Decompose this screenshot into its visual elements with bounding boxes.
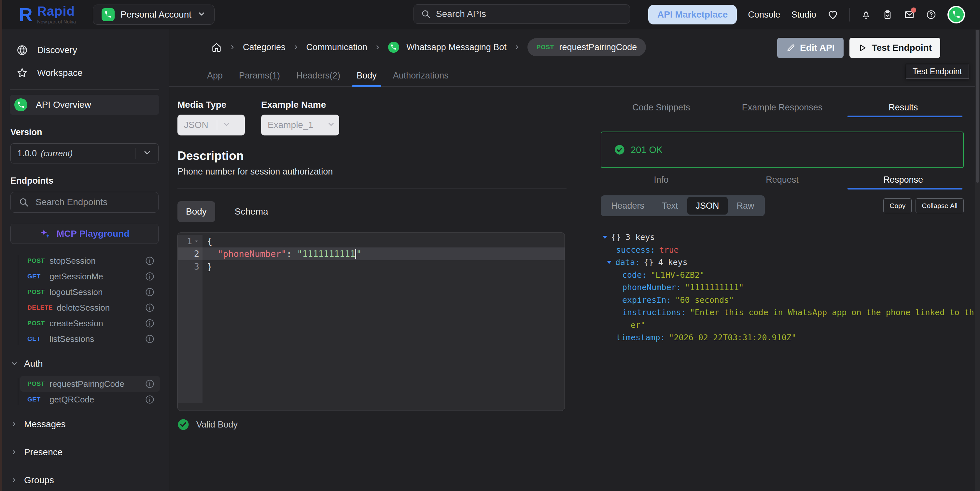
endpoint-row[interactable]: GET getSessionMe <box>20 269 160 284</box>
rapid-logo[interactable]: R Rapid Now part of Nokia <box>19 5 76 24</box>
copy-button[interactable]: Copy <box>883 198 912 213</box>
info-icon[interactable] <box>145 303 155 313</box>
editor-tab[interactable]: Schema <box>226 201 277 222</box>
info-icon[interactable] <box>145 318 155 328</box>
results-tab[interactable]: Example Responses <box>722 98 843 117</box>
endpoint-tab[interactable]: Params(1) <box>239 65 280 87</box>
view-mode-option[interactable]: Raw <box>728 197 763 215</box>
favorites-heart-icon[interactable] <box>827 9 838 20</box>
line-number: 3 <box>178 260 202 273</box>
endpoint-name: requestPairingCode <box>49 379 124 389</box>
endpoint-tab[interactable]: Body <box>356 65 377 87</box>
endpoint-tab[interactable]: Headers(2) <box>296 65 340 87</box>
json-tree-row[interactable]: {} 3 keys <box>598 231 964 244</box>
endpoint-row[interactable]: DELETE deleteSession <box>20 300 160 316</box>
endpoint-tab[interactable]: Authorizations <box>393 65 449 87</box>
globe-icon <box>16 44 28 56</box>
breadcrumb-api-name[interactable]: Whatsapp Messaging Bot <box>406 42 507 52</box>
json-tree-row[interactable]: phoneNumber: "1111111111" <box>598 281 964 294</box>
test-endpoint-button[interactable]: Test Endpoint <box>850 38 940 58</box>
endpoint-row[interactable]: POST logoutSession <box>20 284 160 300</box>
body-code-editor[interactable]: 1 { 2 "phoneNumber": "1111111111" 3 } <box>177 232 565 411</box>
editor-empty-area[interactable] <box>178 273 565 403</box>
results-tab[interactable]: Results <box>843 98 964 117</box>
help-icon[interactable] <box>926 10 936 20</box>
sidebar-group-row[interactable]: Groups <box>0 473 169 488</box>
sidebar-section-auth[interactable]: Auth <box>0 356 169 371</box>
media-type-select[interactable]: JSON <box>177 114 245 135</box>
endpoint-row[interactable]: GET listSessions <box>20 331 160 347</box>
messages-mail-icon[interactable] <box>904 9 915 20</box>
logo-name: Rapid <box>37 5 76 17</box>
collapse-triangle-icon[interactable] <box>603 236 607 239</box>
json-tree-row[interactable]: success: true <box>598 244 964 257</box>
view-mode-option[interactable]: JSON <box>687 197 728 215</box>
info-icon[interactable] <box>145 379 155 389</box>
api-overview-label: API Overview <box>36 100 91 110</box>
endpoint-row[interactable]: GET getQRCode <box>20 392 160 407</box>
response-subtab[interactable]: Info <box>601 170 722 189</box>
endpoint-row[interactable]: POST requestPairingCode <box>20 376 160 392</box>
method-badge: DELETE <box>27 304 53 311</box>
sidebar-group-row[interactable]: Presence <box>0 445 169 459</box>
code-text: } <box>202 260 565 273</box>
info-icon[interactable] <box>145 256 155 266</box>
method-badge: POST <box>536 44 554 51</box>
pencil-icon <box>786 43 795 52</box>
response-subtab[interactable]: Request <box>722 170 843 189</box>
fold-arrow-icon[interactable] <box>193 238 199 244</box>
edit-api-button[interactable]: Edit API <box>777 38 843 58</box>
endpoint-name: getQRCode <box>49 395 94 405</box>
breadcrumb-communication[interactable]: Communication <box>306 42 368 52</box>
endpoint-row[interactable]: POST stopSession <box>20 253 160 269</box>
description-text: Phone number for session authorization <box>177 167 566 177</box>
section-divider <box>177 189 566 189</box>
sidebar-item-discovery[interactable]: Discovery <box>0 43 169 57</box>
sidebar-item-api-overview[interactable]: API Overview <box>10 95 159 115</box>
info-icon[interactable] <box>145 287 155 297</box>
scrollbar-thumb[interactable] <box>976 30 979 183</box>
breadcrumb-categories[interactable]: Categories <box>243 42 286 52</box>
endpoint-groups: Messages Presence Groups Channels <box>0 417 169 491</box>
search-apis-input[interactable] <box>436 9 622 19</box>
json-tree-row[interactable]: data: {} 4 keys <box>598 256 964 269</box>
info-icon[interactable] <box>145 334 155 344</box>
view-mode-option[interactable]: Headers <box>603 197 653 215</box>
whatsapp-api-icon <box>14 99 27 111</box>
view-mode-option[interactable]: Text <box>654 197 687 215</box>
json-tree-row[interactable]: instructions: "Enter this code in WhatsA… <box>598 307 964 332</box>
api-marketplace-link[interactable]: API Marketplace <box>648 5 737 24</box>
search-endpoints-input[interactable] <box>35 197 150 207</box>
home-icon[interactable] <box>211 42 222 53</box>
breadcrumb-endpoint-pill[interactable]: POST requestPairingCode <box>527 38 646 56</box>
tasks-clipboard-icon[interactable] <box>882 10 893 20</box>
page-scrollbar[interactable] <box>975 30 980 491</box>
example-name-select[interactable]: Example_1 <box>261 114 339 135</box>
studio-link[interactable]: Studio <box>791 10 816 20</box>
response-subtab[interactable]: Response <box>843 170 964 189</box>
endpoint-name: requestPairingCode <box>559 42 637 52</box>
results-tab[interactable]: Code Snippets <box>601 98 722 117</box>
notifications-bell-icon[interactable] <box>861 10 871 20</box>
collapse-triangle-icon[interactable] <box>607 261 611 264</box>
console-link[interactable]: Console <box>748 10 780 20</box>
sidebar-group-row[interactable]: Messages <box>0 417 169 431</box>
json-tree-row[interactable]: expiresIn: "60 seconds" <box>598 294 964 307</box>
account-switcher[interactable]: Personal Account <box>93 5 215 25</box>
endpoint-search[interactable] <box>10 192 159 213</box>
json-value: "1111111111" <box>685 281 744 294</box>
endpoint-tab[interactable]: App <box>207 65 223 87</box>
endpoint-row[interactable]: POST createSession <box>20 316 160 331</box>
global-search[interactable] <box>414 4 630 24</box>
code-text: { <box>202 235 565 248</box>
collapse-all-button[interactable]: Collapse All <box>916 198 964 213</box>
json-tree-row[interactable]: timestamp: "2026-02-22T03:31:20.910Z" <box>598 332 964 344</box>
mcp-playground-button[interactable]: MCP Playground <box>10 224 159 244</box>
info-icon[interactable] <box>145 272 155 281</box>
editor-tab[interactable]: Body <box>177 201 215 222</box>
sidebar-item-workspace[interactable]: Workspace <box>0 66 169 80</box>
user-avatar[interactable] <box>947 6 965 24</box>
version-select[interactable]: 1.0.0 (current) <box>10 143 159 164</box>
json-tree-row[interactable]: code: "L1HV-6ZB2" <box>598 269 964 282</box>
info-icon[interactable] <box>145 395 155 404</box>
